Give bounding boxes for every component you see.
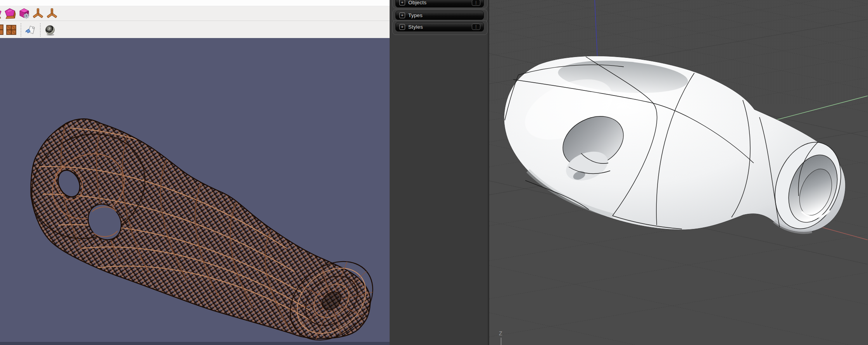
expand-icon[interactable]: + <box>399 24 405 30</box>
wireframe-model <box>0 38 390 345</box>
stone-sphere-icon[interactable] <box>44 24 56 36</box>
crate-box-icon[interactable] <box>5 24 17 36</box>
caltrop-tripod-icon[interactable] <box>46 7 58 20</box>
section-bar-types[interactable]: + Types <box>395 11 484 20</box>
expand-icon[interactable]: + <box>399 0 405 5</box>
texture-paint-tag-icon[interactable] <box>24 24 37 36</box>
viewport-bottom-strip <box>0 342 390 345</box>
caltrop-tripod-icon[interactable] <box>32 7 44 20</box>
section-bar-objects[interactable]: + Objects ⋮ <box>395 0 484 7</box>
menu-strip <box>0 0 390 6</box>
screen: + Objects ⋮ + Types + Styles ⋮ <box>0 0 868 345</box>
toolbar-separator <box>40 23 41 36</box>
shaded-viewport[interactable]: Z <box>489 0 868 345</box>
section-menu-button[interactable]: ⋮ <box>472 0 480 6</box>
freecad-window <box>0 0 390 345</box>
toolbar-row-1 <box>0 6 390 21</box>
scene-browser-panel: + Objects ⋮ + Types + Styles ⋮ <box>390 0 490 345</box>
section-label-styles: Styles <box>408 24 423 30</box>
section-bar-styles[interactable]: + Styles ⋮ <box>395 22 484 31</box>
expand-icon[interactable]: + <box>399 12 405 18</box>
section-label-objects: Objects <box>408 0 426 5</box>
partial-crate-icon[interactable] <box>0 24 4 36</box>
dodecahedron-icon[interactable] <box>4 7 16 20</box>
axis-indicator-z-label: Z <box>499 330 502 336</box>
partial-solid-icon[interactable] <box>0 7 3 20</box>
cube-gear-icon[interactable] <box>18 7 30 20</box>
section-label-types: Types <box>408 12 423 18</box>
section-menu-button[interactable]: ⋮ <box>472 24 480 30</box>
toolbar-row-2 <box>0 21 390 38</box>
wireframe-viewport[interactable] <box>0 38 390 345</box>
toolbar-separator <box>21 23 21 36</box>
shaded-scene: Z <box>489 0 868 345</box>
